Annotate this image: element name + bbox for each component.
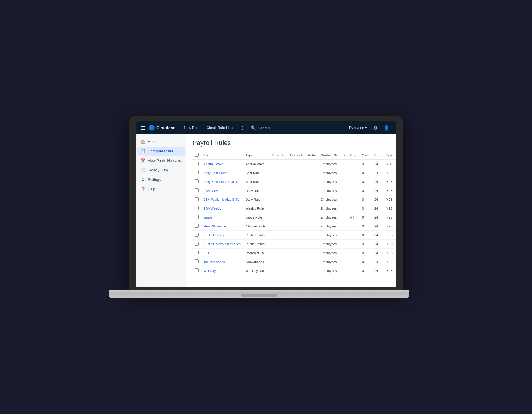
everyone-dropdown[interactable]: Everyone ▾ [347, 125, 369, 131]
type-cell: Allowances R [243, 257, 270, 266]
project-cell [270, 231, 288, 240]
rule-link[interactable]: EBA Daily [203, 189, 218, 192]
row-checkbox[interactable] [195, 188, 199, 192]
row-checkbox-cell[interactable] [192, 222, 201, 231]
header-search[interactable]: 🔍 Search [248, 125, 344, 130]
start-cell: 0 [360, 195, 372, 204]
col-header-end: End [372, 151, 384, 159]
col-header-active: Activ [305, 151, 318, 159]
rule-name-cell[interactable]: Tool Allowance [201, 257, 243, 266]
row-checkbox-cell[interactable] [192, 159, 201, 168]
end-cell: 24 [372, 213, 384, 222]
active-cell [305, 186, 318, 195]
rule-name-cell[interactable]: Leave [201, 213, 243, 222]
active-cell [305, 177, 318, 186]
page-title: Payroll Rules [192, 139, 390, 147]
row-checkbox-cell[interactable] [192, 240, 201, 249]
rule-name-cell[interactable]: Daily Shift Rules [201, 168, 243, 177]
row-checkbox[interactable] [195, 215, 199, 219]
settings-icon[interactable]: ⚙ [372, 124, 379, 132]
main-content: Payroll Rules Rule ↑ Type [186, 134, 396, 287]
sidebar-item-legacy-view[interactable]: 🕐 Legacy View [137, 165, 185, 175]
rule-name-cell[interactable]: EBA Weekly [201, 204, 243, 213]
row-checkbox-cell[interactable] [192, 249, 201, 257]
rule-link[interactable]: Daily Shift Rules COPY [203, 180, 238, 184]
row-checkbox[interactable] [195, 268, 199, 272]
row-checkbox[interactable] [195, 259, 199, 263]
project-cell [270, 240, 288, 249]
rule-name-cell[interactable]: Public Holiday Shift Rules [201, 240, 243, 249]
rule-name-cell[interactable]: Annual Leave [201, 159, 243, 168]
end-cell: 24 [372, 231, 384, 240]
emp-cell [348, 266, 360, 275]
project-cell [270, 159, 288, 168]
sidebar-item-configure-rules[interactable]: 📋 Configure Rules [137, 147, 185, 156]
contact-cell [288, 195, 305, 204]
rule-link[interactable]: Public Holiday [203, 233, 224, 237]
app-title: Cloudcon [156, 125, 176, 130]
row-checkbox[interactable] [195, 233, 199, 237]
sidebar-item-settings[interactable]: ⚙ Settings [137, 175, 185, 184]
more-options-icon[interactable]: ⋮ [239, 124, 246, 132]
active-cell [305, 240, 318, 249]
rule-link[interactable]: Annual Leave [203, 162, 223, 166]
row-checkbox-cell[interactable] [192, 257, 201, 266]
rule-link[interactable]: Tool Allowance [203, 260, 225, 264]
rule-link[interactable]: EBA Public Holiday Shift [203, 198, 239, 201]
menu-icon[interactable]: ☰ [141, 125, 145, 131]
row-checkbox-cell[interactable] [192, 177, 201, 186]
row-checkbox[interactable] [195, 179, 199, 183]
row-checkbox[interactable] [195, 206, 199, 210]
type-cell: Wet Day Rul [243, 266, 270, 275]
row-checkbox-cell[interactable] [192, 266, 201, 275]
row-checkbox[interactable] [195, 251, 199, 254]
row-checkbox[interactable] [195, 242, 199, 246]
rule-link[interactable]: Wet Days [203, 269, 217, 273]
rule-link[interactable]: Meal Allowance [203, 224, 226, 228]
row-checkbox[interactable] [195, 171, 199, 174]
rule-name-cell[interactable]: Public Holiday [201, 231, 243, 240]
sidebar-item-home[interactable]: 🏠 Home [137, 137, 185, 146]
rule-link[interactable]: Public Holiday Shift Rules [203, 242, 241, 246]
contact-groups-cell: Employees [318, 222, 348, 231]
row-checkbox[interactable] [195, 224, 199, 228]
rule-name-cell[interactable]: Meal Allowance [201, 222, 243, 231]
row-checkbox[interactable] [195, 197, 199, 201]
sidebar-item-help[interactable]: ❓ Help [137, 184, 185, 194]
col-header-rule[interactable]: Rule ↑ [201, 151, 243, 159]
row-checkbox-cell[interactable] [192, 213, 201, 222]
check-rule-links-button[interactable]: Check Rule Links [204, 125, 237, 131]
end-cell: 24 [372, 249, 384, 257]
rule-name-cell[interactable]: Daily Shift Rules COPY [201, 177, 243, 186]
row-checkbox-cell[interactable] [192, 186, 201, 195]
rule-name-cell[interactable]: Wet Days [201, 266, 243, 275]
rule-name-cell[interactable]: EBA Daily [201, 186, 243, 195]
new-rule-button[interactable]: New Rule [182, 125, 202, 131]
start-cell: 0 [360, 222, 372, 231]
type-cell: Daily Rule [243, 186, 270, 195]
row-checkbox-cell[interactable] [192, 231, 201, 240]
col-header-type: Type [243, 151, 270, 159]
rule-link[interactable]: Leave [203, 216, 212, 219]
row-checkbox-cell[interactable] [192, 204, 201, 213]
project-cell [270, 195, 288, 204]
type-cell: Public Holida [243, 231, 270, 240]
rule-link[interactable]: Daily Shift Rules [203, 171, 227, 175]
rule-link[interactable]: EBA Weekly [203, 207, 221, 210]
row-checkbox-cell[interactable] [192, 168, 201, 177]
type2-cell: YES [384, 204, 396, 213]
sidebar-item-view-public-holidays[interactable]: 📅 View Public Holidays [137, 156, 185, 165]
select-all-checkbox[interactable] [195, 153, 199, 157]
laptop-screen: ☰ 🔵 Cloudcon New Rule Check Rule Links ⋮… [136, 121, 396, 287]
start-cell: 0 [360, 177, 372, 186]
end-cell: 24 [372, 266, 384, 275]
rule-name-cell[interactable]: RDO [201, 249, 243, 257]
rule-link[interactable]: RDO [203, 251, 210, 255]
row-checkbox-cell[interactable] [192, 195, 201, 204]
rule-name-cell[interactable]: EBA Public Holiday Shift [201, 195, 243, 204]
emp-cell [348, 186, 360, 195]
user-icon[interactable]: 👤 [382, 124, 391, 132]
sidebar-item-label: Legacy View [148, 168, 168, 172]
row-checkbox[interactable] [195, 162, 199, 165]
contact-groups-cell: Employees [318, 204, 348, 213]
